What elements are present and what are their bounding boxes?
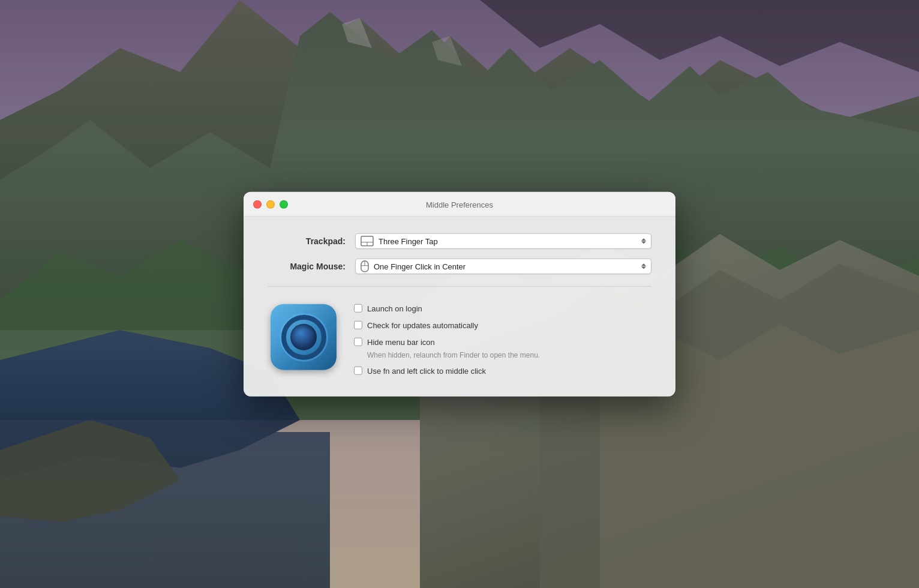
check-updates-label: Check for updates automatically	[367, 320, 478, 331]
divider	[268, 286, 651, 287]
trackpad-select[interactable]: Three Finger Tap	[355, 233, 651, 249]
window-content: Trackpad: Three Finger Tap	[244, 217, 675, 397]
launch-on-login-checkbox[interactable]	[354, 304, 362, 313]
maximize-button[interactable]	[280, 200, 288, 209]
hide-menu-bar-group: Hide menu bar icon When hidden, relaunch…	[367, 337, 540, 360]
hide-menu-bar-sublabel: When hidden, relaunch from Finder to ope…	[367, 350, 540, 360]
chevron-down-icon-2	[641, 266, 646, 269]
magic-mouse-chevron	[641, 263, 646, 269]
checkbox-row-hide-menu-bar: Hide menu bar icon When hidden, relaunch…	[354, 337, 651, 360]
fn-middle-click-label: Use fn and left click to middle click	[367, 366, 486, 377]
magic-mouse-label: Magic Mouse:	[268, 262, 346, 271]
checkbox-row-fn-click: Use fn and left click to middle click	[354, 366, 651, 377]
hide-menu-bar-label: Hide menu bar icon	[367, 337, 540, 348]
chevron-up-icon	[641, 238, 646, 241]
checkbox-row-launch: Launch on login	[354, 304, 651, 314]
trackpad-label: Trackpad:	[268, 236, 346, 246]
app-icon-wrapper	[268, 301, 340, 373]
mouse-icon	[361, 260, 369, 272]
traffic-lights	[253, 200, 288, 209]
hide-menu-bar-checkbox[interactable]	[354, 338, 362, 346]
checkbox-section: Launch on login Check for updates automa…	[268, 301, 651, 377]
magic-mouse-select-wrapper: One Finger Click in Center	[355, 259, 651, 274]
magic-mouse-row: Magic Mouse: One Finger Click in Center	[268, 259, 651, 274]
check-updates-checkbox[interactable]	[354, 321, 362, 329]
trackpad-svg-icon	[361, 236, 374, 247]
chevron-up-icon-2	[641, 263, 646, 266]
launch-on-login-label: Launch on login	[367, 304, 422, 314]
chevron-down-icon	[641, 241, 646, 244]
trackpad-selected-value: Three Finger Tap	[379, 236, 438, 245]
app-icon	[271, 304, 337, 370]
app-icon-center	[290, 324, 317, 350]
fn-middle-click-checkbox[interactable]	[354, 367, 362, 375]
titlebar: Middle Preferences	[244, 192, 675, 217]
trackpad-chevron	[641, 238, 646, 244]
window-title: Middle Preferences	[426, 200, 493, 209]
preferences-window: Middle Preferences Trackpad: Three Finge…	[244, 192, 675, 397]
trackpad-select-wrapper: Three Finger Tap	[355, 233, 651, 249]
trackpad-icon	[361, 236, 374, 247]
close-button[interactable]	[253, 200, 262, 209]
mouse-svg-icon	[361, 260, 369, 272]
magic-mouse-select[interactable]: One Finger Click in Center	[355, 259, 651, 274]
minimize-button[interactable]	[266, 200, 275, 209]
checkbox-row-updates: Check for updates automatically	[354, 320, 651, 331]
checkboxes-wrapper: Launch on login Check for updates automa…	[354, 301, 651, 377]
magic-mouse-selected-value: One Finger Click in Center	[374, 262, 465, 271]
app-icon-ring	[281, 314, 326, 359]
trackpad-row: Trackpad: Three Finger Tap	[268, 233, 651, 249]
